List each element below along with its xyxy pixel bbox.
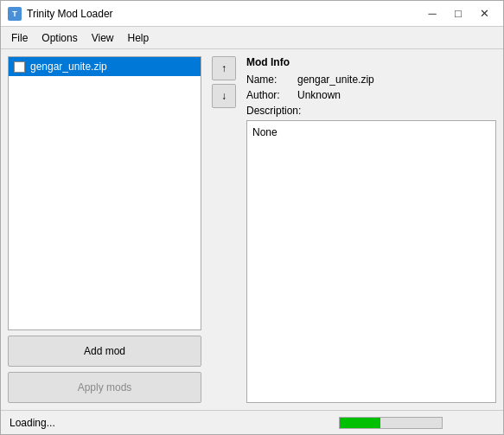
status-bar: Loading...: [1, 410, 503, 434]
list-item[interactable]: gengar_unite.zip: [9, 57, 201, 76]
description-box: None: [246, 120, 496, 403]
title-bar-left: T Trinity Mod Loader: [8, 7, 113, 21]
mod-info-heading: Mod Info: [246, 56, 496, 68]
mod-checkbox[interactable]: [14, 61, 25, 73]
name-value: gengar_unite.zip: [297, 74, 374, 86]
name-label: Name:: [246, 74, 294, 86]
title-controls: ─ □ ✕: [420, 4, 496, 23]
move-up-button[interactable]: ↑: [212, 56, 236, 80]
menu-help[interactable]: Help: [121, 29, 156, 47]
right-panel: Mod Info Name: gengar_unite.zip Author: …: [239, 49, 503, 410]
mod-list[interactable]: gengar_unite.zip: [8, 56, 201, 330]
main-content: gengar_unite.zip Add mod Apply mods ↑ ↓ …: [1, 49, 503, 410]
progress-bar-container: [339, 417, 443, 429]
center-controls: ↑ ↓: [208, 49, 239, 410]
mod-name: gengar_unite.zip: [30, 61, 107, 73]
close-button[interactable]: ✕: [472, 4, 496, 23]
app-icon: T: [8, 7, 22, 21]
description-value: None: [252, 126, 278, 138]
apply-mods-button: Apply mods: [8, 372, 201, 403]
menu-bar: File Options View Help: [1, 27, 503, 49]
window-title: Trinity Mod Loader: [27, 8, 113, 20]
author-row: Author: Unknown: [246, 89, 496, 101]
minimize-button[interactable]: ─: [420, 4, 444, 23]
move-down-button[interactable]: ↓: [212, 84, 236, 108]
description-label: Description:: [246, 105, 496, 117]
author-label: Author:: [246, 89, 294, 101]
menu-file[interactable]: File: [4, 29, 35, 47]
author-value: Unknown: [297, 89, 341, 101]
main-window: T Trinity Mod Loader ─ □ ✕ File Options …: [0, 0, 504, 435]
title-bar: T Trinity Mod Loader ─ □ ✕: [1, 1, 503, 27]
maximize-button[interactable]: □: [446, 4, 470, 23]
progress-bar-fill: [340, 418, 380, 428]
left-panel: gengar_unite.zip Add mod Apply mods: [1, 49, 208, 410]
add-mod-button[interactable]: Add mod: [8, 336, 201, 367]
menu-options[interactable]: Options: [35, 29, 84, 47]
menu-view[interactable]: View: [85, 29, 121, 47]
name-row: Name: gengar_unite.zip: [246, 74, 496, 86]
status-text: Loading...: [10, 417, 55, 429]
